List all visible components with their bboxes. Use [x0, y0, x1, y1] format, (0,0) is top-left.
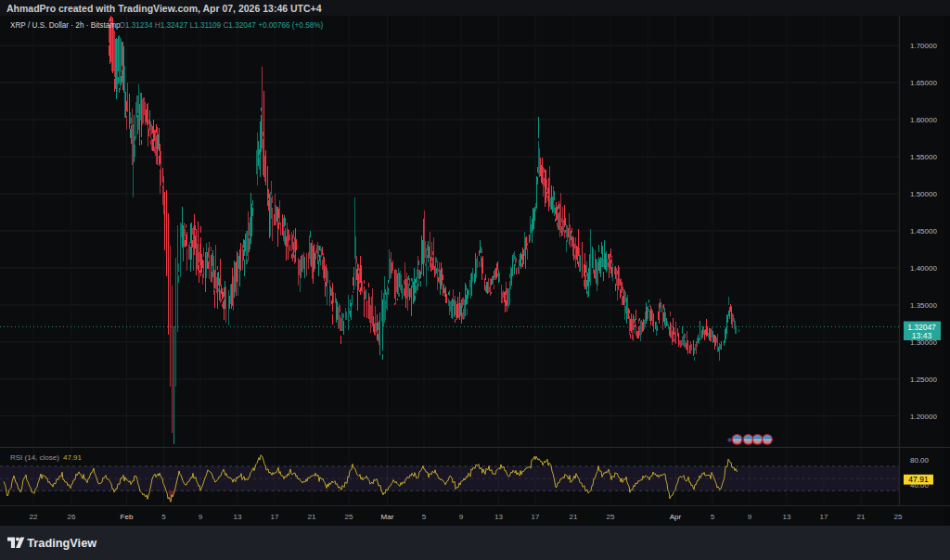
svg-text:13: 13 — [494, 513, 503, 521]
svg-text:9: 9 — [748, 513, 752, 521]
svg-text:25: 25 — [345, 513, 353, 521]
svg-text:17: 17 — [532, 513, 540, 521]
svg-text:5: 5 — [161, 513, 166, 521]
svg-text:1.40000: 1.40000 — [910, 264, 937, 273]
svg-text:21: 21 — [857, 513, 866, 521]
svg-text:22: 22 — [30, 513, 38, 521]
svg-text:13: 13 — [783, 513, 791, 521]
svg-text:80.00: 80.00 — [910, 456, 930, 465]
svg-text:25: 25 — [607, 513, 615, 521]
svg-text:13: 13 — [234, 513, 242, 521]
svg-text:47.91: 47.91 — [63, 453, 83, 462]
svg-text:21: 21 — [570, 513, 578, 521]
svg-text:21: 21 — [308, 513, 316, 521]
svg-text:26: 26 — [68, 513, 76, 521]
svg-text:9: 9 — [459, 513, 464, 521]
svg-text:Feb: Feb — [121, 513, 134, 521]
svg-text:1.20000: 1.20000 — [910, 413, 937, 421]
svg-text:17: 17 — [820, 513, 828, 521]
svg-text:9: 9 — [199, 513, 203, 521]
svg-text:Mar: Mar — [381, 513, 394, 521]
svg-text:RSI (14, close): RSI (14, close) — [10, 453, 59, 462]
svg-text:47.91: 47.91 — [908, 475, 929, 484]
svg-text:25: 25 — [894, 513, 903, 521]
svg-text:Apr: Apr — [670, 513, 682, 521]
svg-text:1.60000: 1.60000 — [910, 116, 937, 124]
svg-text:XRP / U.S. Dollar · 2h · Bitst: XRP / U.S. Dollar · 2h · Bitstamp — [10, 21, 121, 30]
svg-text:TradingView: TradingView — [27, 536, 96, 550]
svg-text:1.25000: 1.25000 — [910, 375, 937, 384]
svg-text:1.70000: 1.70000 — [910, 42, 937, 50]
svg-text:1.45000: 1.45000 — [910, 227, 937, 235]
svg-text:1.50000: 1.50000 — [910, 190, 937, 198]
svg-text:5: 5 — [711, 513, 715, 521]
svg-text:17: 17 — [271, 513, 279, 521]
svg-text:13:43: 13:43 — [912, 331, 932, 340]
svg-text:1.55000: 1.55000 — [910, 153, 937, 161]
svg-text:1.35000: 1.35000 — [910, 301, 937, 310]
svg-text:1.65000: 1.65000 — [910, 79, 937, 87]
svg-text:O1.31234 H1.32427 L1.31109: O1.31234 H1.32427 L1.31109 C1.32047 +0.0… — [120, 21, 324, 30]
svg-text:5: 5 — [422, 513, 427, 521]
